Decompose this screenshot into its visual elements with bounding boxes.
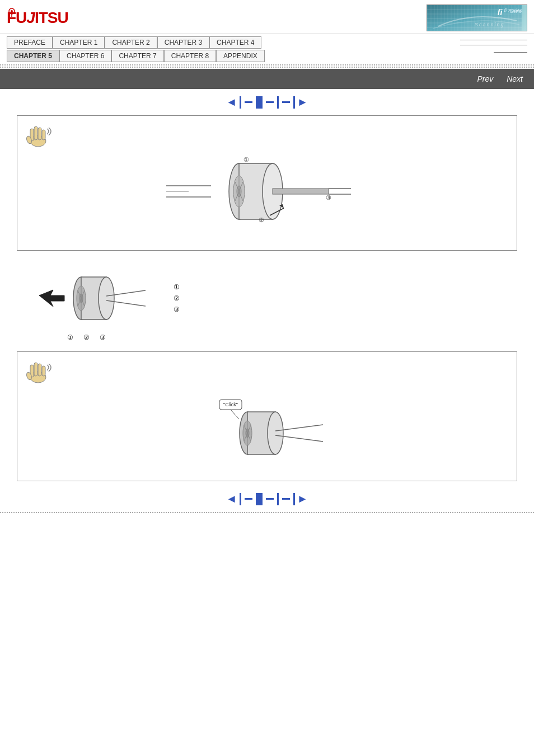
svg-text:①: ① xyxy=(243,156,249,163)
nav-chapter5[interactable]: CHAPTER 5 xyxy=(7,50,59,62)
parts-section: ① ② ③ ① ② ③ xyxy=(17,256,517,347)
nav-chapter1[interactable]: CHAPTER 1 xyxy=(53,36,105,49)
nav-appendix[interactable]: APPENDIX xyxy=(216,50,265,62)
roller-diagram-1: ① ② ③ xyxy=(161,155,373,233)
svg-text:②: ② xyxy=(259,217,264,223)
parts-detail-svg xyxy=(34,265,157,337)
page-navigation-top: ◄ ► xyxy=(0,96,534,109)
bottom-separator xyxy=(0,512,534,513)
nav-last-icon-bottom[interactable]: ► xyxy=(297,492,308,505)
nav-bar-thick-bottom[interactable] xyxy=(256,493,263,505)
nav-chapter6[interactable]: CHAPTER 6 xyxy=(59,50,111,62)
nav-bar-3 xyxy=(293,96,295,109)
nav-right-lines xyxy=(460,36,527,49)
nav-line-1 xyxy=(460,40,527,40)
fi-series-logo: fi Series fi Series Scanning xyxy=(427,4,527,31)
notice-box-1: ① ② ③ xyxy=(17,115,517,251)
parts-diagram-container: ① ② ③ xyxy=(34,265,157,341)
prev-button[interactable]: Prev xyxy=(472,73,498,84)
notice-box-2: "Click" xyxy=(17,351,517,481)
svg-marker-37 xyxy=(39,290,64,307)
page-nav-icons-bottom[interactable]: ◄ ► xyxy=(226,492,308,505)
svg-text:fi: fi xyxy=(498,8,503,17)
main-content: ① ② ③ xyxy=(0,115,534,481)
nav-chapter2[interactable]: CHAPTER 2 xyxy=(105,36,157,49)
warning-icon-2 xyxy=(23,356,54,389)
nav-bar-b2 xyxy=(277,493,279,505)
nav-bar-b1 xyxy=(240,493,241,505)
nav-line-short xyxy=(494,50,527,62)
svg-rect-50 xyxy=(34,363,38,376)
part-text-1: ① xyxy=(174,283,180,291)
diagram-container-2: "Click" xyxy=(29,358,505,469)
nav-dash-b3 xyxy=(282,498,290,500)
part-label-3: ③ xyxy=(100,334,106,341)
top-separator xyxy=(0,67,534,68)
fujitsu-logo-icon xyxy=(7,8,17,18)
nav-bar-thick[interactable] xyxy=(256,96,263,109)
svg-point-40 xyxy=(99,277,114,320)
fujitsu-logo: FUJITSU xyxy=(7,9,68,27)
svg-rect-29 xyxy=(273,189,329,194)
svg-point-1 xyxy=(11,10,13,12)
fi-series-label: fi Series xyxy=(504,8,522,13)
nav-line-2 xyxy=(460,45,527,45)
fujitsu-wordmark: FUJITSU xyxy=(7,9,68,27)
nav-spacer-2 xyxy=(265,50,494,62)
nav-chapter7[interactable]: CHAPTER 7 xyxy=(111,50,163,62)
nav-last-icon[interactable]: ► xyxy=(297,96,308,109)
nav-row-1: PREFACE CHAPTER 1 CHAPTER 2 CHAPTER 3 CH… xyxy=(7,36,527,49)
svg-line-56 xyxy=(231,410,239,419)
nav-dash-b2 xyxy=(266,498,274,500)
nav-preface[interactable]: PREFACE xyxy=(7,36,53,49)
svg-rect-14 xyxy=(34,126,38,140)
navigation-bar: PREFACE CHAPTER 1 CHAPTER 2 CHAPTER 3 CH… xyxy=(0,34,534,65)
part-text-2: ② xyxy=(174,294,180,302)
nav-row-2: CHAPTER 5 CHAPTER 6 CHAPTER 7 CHAPTER 8 … xyxy=(7,50,527,62)
part-text-3: ③ xyxy=(174,306,180,313)
part-label-1: ① xyxy=(67,334,73,341)
parts-text-labels: ① ② ③ xyxy=(174,281,180,315)
nav-first-icon[interactable]: ◄ xyxy=(226,96,237,109)
nav-dash-2 xyxy=(266,101,274,103)
nav-bar-b3 xyxy=(293,493,295,505)
part-label-2: ② xyxy=(83,334,90,341)
page-nav-icons[interactable]: ◄ ► xyxy=(226,96,308,109)
diagram-container-1: ① ② ③ xyxy=(29,121,505,239)
nav-chapter4[interactable]: CHAPTER 4 xyxy=(209,36,261,49)
warning-hand-svg-2 xyxy=(23,356,54,387)
nav-chapter8[interactable]: CHAPTER 8 xyxy=(164,50,216,62)
page-navigation-bottom: ◄ ► xyxy=(0,492,534,505)
svg-rect-52 xyxy=(42,366,45,376)
nav-bar-2 xyxy=(277,96,279,109)
svg-text:Scanning: Scanning xyxy=(475,22,505,27)
svg-rect-51 xyxy=(38,364,41,376)
next-button[interactable]: Next xyxy=(502,73,527,84)
warning-hand-svg-1 xyxy=(23,120,54,151)
svg-rect-16 xyxy=(42,130,45,140)
svg-text:③: ③ xyxy=(326,194,331,201)
nav-bar-1 xyxy=(240,96,241,109)
nav-dash-b1 xyxy=(245,498,252,500)
nav-dash-3 xyxy=(282,101,290,103)
svg-point-59 xyxy=(268,412,283,454)
page-header: FUJITSU fi Series f xyxy=(0,0,534,34)
warning-icon-1 xyxy=(23,120,54,153)
prev-next-bar: Prev Next xyxy=(0,69,534,89)
click-diagram-svg: "Click" xyxy=(189,391,345,464)
nav-dash-1 xyxy=(245,101,252,103)
svg-rect-15 xyxy=(38,128,41,140)
nav-spacer xyxy=(261,36,460,49)
nav-first-icon-bottom[interactable]: ◄ xyxy=(226,492,237,505)
nav-chapter3[interactable]: CHAPTER 3 xyxy=(157,36,209,49)
svg-text:"Click": "Click" xyxy=(223,402,238,407)
